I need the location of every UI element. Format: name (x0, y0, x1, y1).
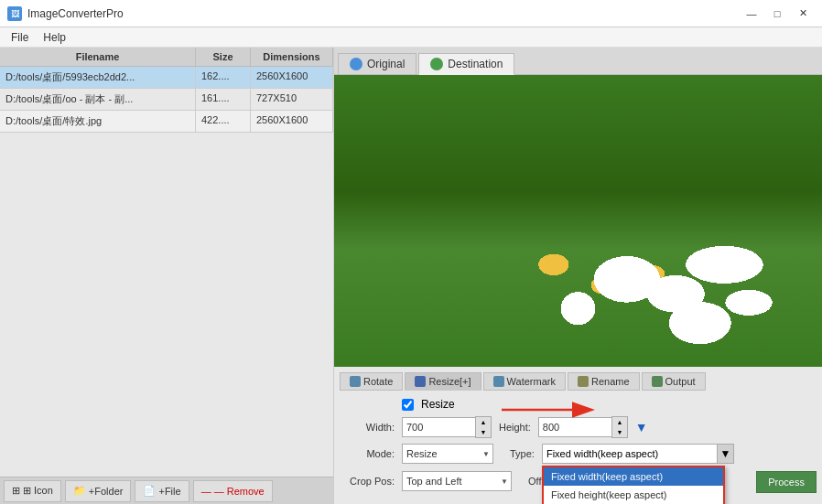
cell-dimensions: 2560X1600 (251, 67, 333, 88)
width-height-row: Width: 700 ▲ ▼ Height: 800 ▲ ▼ ▼ (340, 416, 817, 438)
cell-size: 422.... (196, 111, 251, 132)
height-input[interactable]: 800 (538, 417, 611, 437)
output-icon (652, 376, 663, 387)
cell-size: 162.... (196, 67, 251, 88)
mode-type-row: Mode: Resize Crop Canvas Type: Fixed wid… (340, 444, 817, 464)
tab-rotate[interactable]: Rotate (340, 372, 403, 391)
mode-label: Mode: (340, 448, 395, 459)
image-preview (334, 75, 822, 367)
width-input[interactable]: 700 (402, 417, 475, 437)
resize-row: Resize (340, 398, 817, 411)
icon-label: ⊞ Icon (23, 485, 53, 497)
app-title: ImageConverterPro (27, 7, 124, 20)
add-file-button[interactable]: 📄 +File (135, 480, 189, 502)
width-spinbox: 700 ▲ ▼ (402, 416, 492, 438)
resize-icon (415, 376, 426, 387)
header-filename: Filename (0, 48, 196, 66)
cell-size: 161.... (196, 89, 251, 110)
cell-filename: D:/tools/桌面/oo - 副本 - 副... (0, 89, 196, 110)
original-tab-icon (350, 58, 362, 70)
close-button[interactable]: ✕ (791, 5, 815, 23)
menu-file[interactable]: File (4, 29, 36, 46)
resize-label: Resize[+] (428, 376, 470, 387)
height-up-arrow[interactable]: ▲ (612, 417, 627, 427)
grid-icon: ⊞ (12, 485, 20, 497)
left-panel: Filename Size Dimensions D:/tools/桌面/599… (0, 48, 334, 504)
file-table: Filename Size Dimensions D:/tools/桌面/599… (0, 48, 333, 477)
type-option-1[interactable]: Fixed height(keep aspect) (544, 486, 723, 504)
height-down-arrow[interactable]: ▼ (612, 427, 627, 437)
type-selected-value: Fixed width(keep aspect) (543, 446, 717, 461)
cell-dimensions: 727X510 (251, 89, 333, 110)
file-table-header: Filename Size Dimensions (0, 48, 333, 67)
crop-pos-select-wrapper: Top and Left Center Bottom Right (402, 471, 512, 491)
cell-dimensions: 2560X1600 (251, 111, 333, 132)
icon-button[interactable]: ⊞ ⊞ Icon (4, 480, 61, 502)
tab-original[interactable]: Original (338, 53, 416, 74)
cell-filename: D:/tools/桌面/5993ecb2dd2... (0, 67, 196, 88)
preview-image (334, 75, 822, 367)
titlebar-left: 🖼 ImageConverterPro (7, 6, 124, 21)
header-dimensions: Dimensions (251, 48, 333, 66)
menu-help[interactable]: Help (36, 29, 73, 46)
bottom-toolbar: ⊞ ⊞ Icon 📁 +Folder 📄 +File — — Remove (0, 477, 333, 504)
output-label: Output (665, 376, 696, 387)
watermark-label: Watermark (507, 376, 556, 387)
file-icon: 📄 (143, 485, 156, 497)
remove-icon: — (201, 486, 211, 497)
remove-label: — Remove (214, 486, 265, 497)
folder-label: +Folder (89, 486, 124, 497)
titlebar-controls: — □ ✕ (740, 5, 815, 23)
table-row[interactable]: D:/tools/桌面/oo - 副本 - 副... 161.... 727X5… (0, 89, 333, 111)
header-size: Size (196, 48, 251, 66)
type-dropdown-arrow[interactable]: ▼ (717, 445, 733, 463)
width-arrows: ▲ ▼ (475, 416, 492, 438)
resize-checkbox-label: Resize (421, 398, 455, 411)
remove-button[interactable]: — — Remove (193, 480, 273, 502)
height-arrows: ▲ ▼ (611, 416, 628, 438)
rename-label: Rename (591, 376, 630, 387)
type-option-0[interactable]: Fixed width(keep aspect) (544, 467, 723, 486)
image-tabs: Original Destination (334, 48, 822, 75)
rename-icon (578, 376, 589, 387)
type-dropdown-container: Fixed width(keep aspect) ▼ Fixed width(k… (542, 444, 734, 464)
tab-resize[interactable]: Resize[+] (405, 372, 481, 391)
destination-tab-label: Destination (448, 58, 503, 70)
titlebar: 🖼 ImageConverterPro — □ ✕ (0, 0, 822, 27)
crop-pos-select[interactable]: Top and Left Center Bottom Right (402, 471, 512, 491)
rotate-label: Rotate (363, 376, 393, 387)
table-row[interactable]: D:/tools/桌面/5993ecb2dd2... 162.... 2560X… (0, 67, 333, 89)
cell-filename: D:/tools/桌面/特效.jpg (0, 111, 196, 132)
type-label: Type: (510, 448, 535, 459)
file-label: +File (158, 486, 180, 497)
mode-select[interactable]: Resize Crop Canvas (402, 444, 493, 464)
tab-output[interactable]: Output (642, 372, 706, 391)
width-down-arrow[interactable]: ▼ (476, 427, 491, 437)
height-label: Height: (499, 422, 531, 433)
crop-pos-label: Crop Pos: (340, 476, 395, 487)
folder-icon: 📁 (73, 485, 86, 497)
resize-checkbox[interactable] (402, 399, 414, 411)
watermark-icon (493, 376, 504, 387)
minimize-button[interactable]: — (740, 5, 763, 23)
menubar: File Help (0, 27, 822, 48)
main-content: Filename Size Dimensions D:/tools/桌面/599… (0, 48, 822, 504)
controls-area: Rotate Resize[+] Watermark Rename Output (334, 367, 822, 504)
app-icon: 🖼 (7, 6, 22, 21)
tab-watermark[interactable]: Watermark (483, 372, 566, 391)
width-up-arrow[interactable]: ▲ (476, 417, 491, 427)
maximize-button[interactable]: □ (765, 5, 789, 23)
control-tabs: Rotate Resize[+] Watermark Rename Output (340, 372, 817, 391)
height-spinbox: 800 ▲ ▼ (538, 416, 628, 438)
link-aspect-icon[interactable]: ▼ (635, 420, 648, 434)
type-dropdown-popup: Fixed width(keep aspect) Fixed height(ke… (542, 466, 725, 504)
tab-destination[interactable]: Destination (418, 53, 514, 75)
right-panel: Original Destination Rotate Resize[+] (334, 48, 822, 504)
type-select[interactable]: Fixed width(keep aspect) ▼ (542, 444, 734, 464)
table-row[interactable]: D:/tools/桌面/特效.jpg 422.... 2560X1600 (0, 111, 333, 133)
rotate-icon (350, 376, 361, 387)
add-folder-button[interactable]: 📁 +Folder (65, 480, 132, 502)
mode-select-wrapper: Resize Crop Canvas (402, 444, 493, 464)
process-button[interactable]: Process (756, 471, 817, 493)
tab-rename[interactable]: Rename (568, 372, 640, 391)
